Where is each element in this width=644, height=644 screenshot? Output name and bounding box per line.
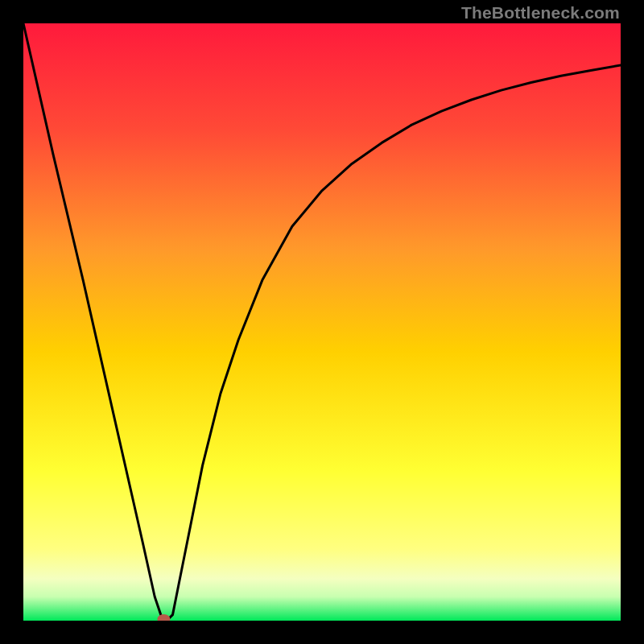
attribution-text: TheBottleneck.com: [461, 3, 620, 23]
bottleneck-chart: [23, 23, 621, 621]
chart-frame: TheBottleneck.com: [0, 0, 644, 644]
gradient-background: [23, 23, 621, 621]
